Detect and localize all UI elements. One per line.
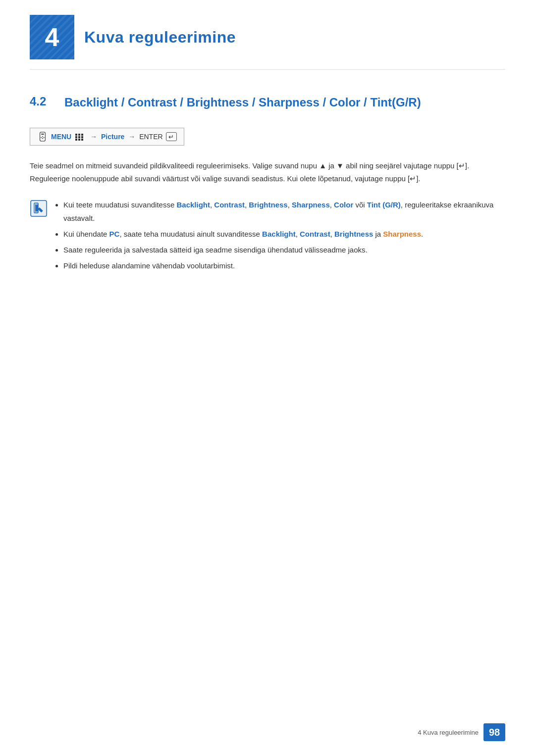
remote-icon <box>37 131 48 142</box>
section-title: Backlight / Contrast / Brightness / Shar… <box>64 95 421 110</box>
footer-chapter-text: 4 Kuva reguleerimine <box>418 729 479 736</box>
bullet-list: Kui teete muudatusi suvanditesse Backlig… <box>55 199 505 275</box>
svg-rect-1 <box>41 134 44 135</box>
arrow-2: → <box>128 133 135 141</box>
svg-rect-6 <box>75 134 77 136</box>
enter-icon: ↵ <box>166 132 177 141</box>
footer: 4 Kuva reguleerimine 98 <box>418 723 505 741</box>
section-heading: 4.2 Backlight / Contrast / Brightness / … <box>30 95 505 110</box>
svg-rect-10 <box>78 136 80 138</box>
section-4-2: 4.2 Backlight / Contrast / Brightness / … <box>30 95 505 276</box>
section-number: 4.2 <box>30 95 54 108</box>
svg-rect-14 <box>81 139 83 141</box>
svg-rect-11 <box>81 136 83 138</box>
bullet-item-4: Pildi heleduse alandamine vähendab voolu… <box>63 259 505 272</box>
arrow-1: → <box>90 133 97 141</box>
chapter-number-box: 4 <box>30 15 74 59</box>
svg-rect-7 <box>78 134 80 136</box>
bullet-item-2: Kui ühendate PC, saate teha muudatusi ai… <box>63 228 505 241</box>
svg-rect-12 <box>75 139 77 141</box>
svg-rect-13 <box>78 139 80 141</box>
menu-path-box: MENU → Picture → ENTER ↵ <box>30 128 184 146</box>
svg-rect-8 <box>81 134 83 136</box>
description-text: Teie seadmel on mitmeid suvandeid pildik… <box>30 159 505 185</box>
svg-rect-9 <box>75 136 77 138</box>
footer-page-number: 98 <box>483 723 505 741</box>
svg-point-3 <box>42 138 43 139</box>
menu-path-text: MENU → Picture → ENTER ↵ <box>51 132 177 141</box>
menu-label: MENU <box>51 133 71 141</box>
svg-point-5 <box>44 137 45 138</box>
picture-label: Picture <box>101 133 124 141</box>
bullet-item-1: Kui teete muudatusi suvanditesse Backlig… <box>63 199 505 225</box>
svg-point-4 <box>41 137 42 138</box>
note-area: Kui teete muudatusi suvanditesse Backlig… <box>30 199 505 275</box>
svg-point-2 <box>42 136 43 137</box>
chapter-number: 4 <box>45 22 59 52</box>
bullet-item-3: Saate reguleerida ja salvestada sätteid … <box>63 244 505 256</box>
svg-rect-18 <box>35 204 38 204</box>
chapter-header: 4 Kuva reguleerimine <box>30 0 505 70</box>
chapter-title: Kuva reguleerimine <box>84 28 236 47</box>
note-icon <box>30 200 48 217</box>
enter-label: ENTER <box>139 133 162 141</box>
